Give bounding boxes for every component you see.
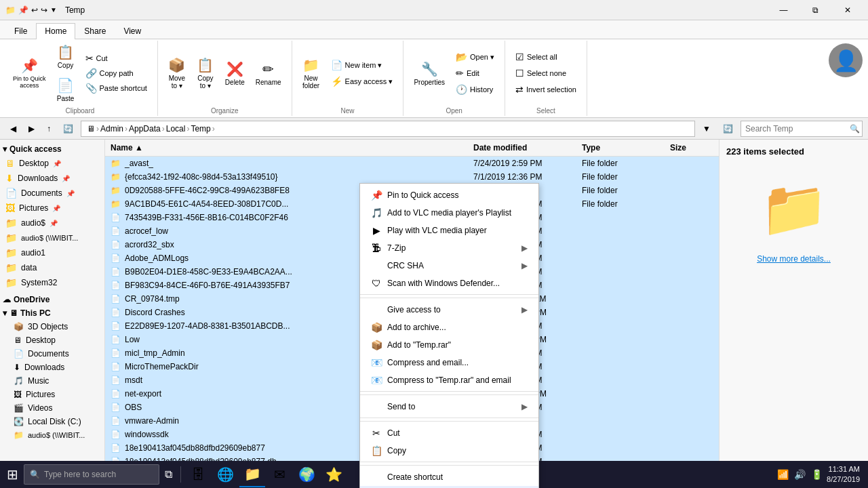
onedrive-header[interactable]: ☁ OneDrive bbox=[0, 293, 104, 306]
taskbar-app-files[interactable]: 📁 bbox=[239, 462, 265, 487]
breadcrumb-appdata[interactable]: AppData bbox=[129, 124, 161, 134]
sidebar-item-audio[interactable]: 📁 audio$ 📌 bbox=[0, 216, 104, 230]
open-button[interactable]: 📂 Open ▾ bbox=[451, 49, 499, 64]
address-refresh-button[interactable]: 🔄 bbox=[718, 121, 738, 136]
sidebar-item-desktop[interactable]: 🖥 Desktop 📌 bbox=[0, 156, 104, 171]
thispc-header[interactable]: ▾ 🖥 This PC bbox=[0, 306, 104, 320]
sidebar-item-network-audio[interactable]: 📁 audio$ (\\WIBIT... bbox=[0, 428, 104, 442]
sidebar-item-downloads[interactable]: ⬇ Downloads 📌 bbox=[0, 171, 104, 186]
context-menu-item-11[interactable]: Send to ▶ bbox=[360, 398, 538, 418]
systray-volume[interactable]: 🔊 bbox=[793, 468, 807, 481]
address-dropdown-button[interactable]: ▼ bbox=[698, 121, 715, 136]
taskbar-clock[interactable]: 11:31 AM 8/27/2019 bbox=[827, 464, 860, 485]
back-button[interactable]: ◀ bbox=[5, 121, 21, 136]
context-menu-item-14[interactable]: Create shortcut bbox=[360, 468, 538, 486]
context-menu-item-0[interactable]: 📌 Pin to Quick access bbox=[360, 186, 538, 204]
sidebar-item-pc-pictures[interactable]: 🖼 Pictures bbox=[0, 388, 104, 401]
search-input[interactable] bbox=[745, 124, 847, 134]
edit-button[interactable]: ✏ Edit bbox=[451, 66, 499, 81]
show-more-details[interactable]: Show more details... bbox=[757, 254, 831, 264]
delete-button[interactable]: ❌ Delete bbox=[220, 58, 250, 89]
table-row[interactable]: 📁_avast_ 7/24/2019 2:59 PM File folder bbox=[105, 157, 719, 170]
task-view-button[interactable]: ⧉ bbox=[161, 466, 176, 483]
sidebar-item-pictures[interactable]: 🖼 Pictures 📌 bbox=[0, 201, 104, 216]
start-button[interactable]: ⊞ bbox=[3, 464, 22, 485]
sidebar-item-data[interactable]: 📁 data bbox=[0, 260, 104, 275]
context-menu-item-4[interactable]: CRC SHA ▶ bbox=[360, 257, 538, 274]
sidebar-item-pc-videos[interactable]: 🎬 Videos bbox=[0, 401, 104, 415]
copy-button[interactable]: 📋 Copy bbox=[52, 41, 79, 73]
systray-battery[interactable]: 🔋 bbox=[810, 468, 824, 481]
context-menu-item-9[interactable]: 📧 Compress and email... bbox=[360, 354, 538, 371]
rename-button[interactable]: ✏ Rename bbox=[251, 58, 286, 89]
taskbar-app-edge[interactable]: 🌐 bbox=[212, 462, 238, 487]
context-menu-item-12[interactable]: ✂ Cut bbox=[360, 424, 538, 442]
sidebar-item-audio1[interactable]: 📁 audio1 bbox=[0, 245, 104, 260]
minimize-button[interactable]: — bbox=[768, 0, 799, 20]
tab-file[interactable]: File bbox=[5, 23, 36, 39]
sidebar-item-pc-music[interactable]: 🎵 Music bbox=[0, 374, 104, 388]
context-menu-item-6[interactable]: Give access to ▶ bbox=[360, 301, 538, 319]
col-header-name[interactable]: Name ▲ bbox=[105, 142, 468, 154]
col-header-type[interactable]: Type bbox=[576, 142, 665, 154]
taskbar-app-favorites[interactable]: ⭐ bbox=[321, 462, 347, 487]
pin-quickaccess-button[interactable]: 📌 Pin to Quickaccess bbox=[8, 54, 51, 92]
quick-access-header[interactable]: ▾ Quick access bbox=[0, 142, 104, 156]
quick-toolbar-undo[interactable]: ↩ bbox=[31, 5, 38, 15]
move-to-button[interactable]: 📦 Moveto ▾ bbox=[163, 54, 191, 93]
tab-view[interactable]: View bbox=[115, 23, 150, 39]
context-menu-item-13[interactable]: 📋 Copy bbox=[360, 442, 538, 462]
new-item-button[interactable]: 📄 New item ▾ bbox=[326, 58, 398, 73]
easy-access-button[interactable]: ⚡ Easy access ▾ bbox=[326, 74, 398, 89]
sidebar-item-system32[interactable]: 📁 System32 bbox=[0, 275, 104, 290]
context-menu-item-10[interactable]: 📧 Compress to "Temp.rar" and email bbox=[360, 371, 538, 392]
context-menu-item-2[interactable]: ▶ Play with VLC media player bbox=[360, 222, 538, 239]
context-menu-item-5[interactable]: 🛡 Scan with Windows Defender... bbox=[360, 274, 538, 295]
quick-toolbar-redo[interactable]: ↪ bbox=[41, 5, 47, 15]
context-menu-item-7[interactable]: 📦 Add to archive... bbox=[360, 319, 538, 336]
taskbar-app-mail[interactable]: ✉ bbox=[267, 462, 292, 487]
col-header-date[interactable]: Date modified bbox=[468, 142, 576, 154]
refresh-button[interactable]: 🔄 bbox=[58, 121, 78, 136]
maximize-button[interactable]: ⧉ bbox=[800, 0, 831, 20]
invert-selection-button[interactable]: ⇄ Invert selection bbox=[511, 82, 581, 97]
breadcrumb[interactable]: 🖥 › Admin › AppData › Local › Temp › bbox=[81, 121, 695, 137]
copy-path-button[interactable]: 🔗 Copy path bbox=[81, 66, 152, 81]
sidebar-item-pc-docs[interactable]: 📄 Documents bbox=[0, 347, 104, 361]
context-menu-item-3[interactable]: 🗜 7-Zip ▶ bbox=[360, 239, 538, 257]
quick-toolbar-pin[interactable]: 📌 bbox=[18, 5, 28, 15]
table-row[interactable]: 📁{efcca342-1f92-408c-98d4-53a133f49510} … bbox=[105, 170, 719, 184]
breadcrumb-admin[interactable]: Admin bbox=[100, 124, 123, 134]
sidebar-item-local-disk[interactable]: 💽 Local Disk (C:) bbox=[0, 415, 104, 428]
close-button[interactable]: ✕ bbox=[832, 0, 863, 20]
up-button[interactable]: ↑ bbox=[42, 121, 56, 136]
systray-network[interactable]: 📶 bbox=[776, 468, 790, 481]
select-none-button[interactable]: ☐ Select none bbox=[511, 66, 581, 81]
col-header-size[interactable]: Size bbox=[665, 142, 719, 154]
tab-share[interactable]: Share bbox=[75, 23, 115, 39]
breadcrumb-local[interactable]: Local bbox=[166, 124, 186, 134]
paste-shortcut-button[interactable]: 📎 Paste shortcut bbox=[81, 81, 152, 96]
context-menu-item-1[interactable]: 🎵 Add to VLC media player's Playlist bbox=[360, 204, 538, 222]
forward-button[interactable]: ▶ bbox=[24, 121, 39, 136]
context-menu-item-8[interactable]: 📦 Add to "Temp.rar" bbox=[360, 336, 538, 354]
search-bar[interactable]: 🔍 bbox=[741, 121, 863, 137]
tab-home[interactable]: Home bbox=[36, 23, 75, 39]
copy-to-button[interactable]: 📋 Copyto ▾ bbox=[192, 54, 219, 93]
history-button[interactable]: 🕐 History bbox=[451, 82, 499, 97]
sidebar-item-3dobjects[interactable]: 📦 3D Objects bbox=[0, 320, 104, 333]
taskbar-search[interactable]: 🔍 Type here to search bbox=[24, 464, 159, 485]
taskbar-app-browser2[interactable]: 🌍 bbox=[294, 462, 319, 487]
breadcrumb-temp[interactable]: Temp bbox=[191, 124, 210, 134]
paste-button[interactable]: 📄 Paste bbox=[52, 74, 79, 106]
taskbar-app-explorer[interactable]: 🗄 bbox=[185, 462, 211, 487]
sidebar-item-pc-desktop[interactable]: 🖥 Desktop bbox=[0, 333, 104, 347]
select-all-button[interactable]: ☑ Select all bbox=[511, 49, 581, 64]
quick-access-dropdown[interactable]: ▼ bbox=[50, 6, 57, 14]
sidebar-item-documents[interactable]: 📄 Documents 📌 bbox=[0, 186, 104, 201]
new-folder-button[interactable]: 📁 Newfolder bbox=[298, 54, 325, 93]
sidebar-item-pc-downloads[interactable]: ⬇ Downloads bbox=[0, 361, 104, 374]
cut-button[interactable]: ✂ Cut bbox=[81, 51, 152, 66]
sidebar-item-audio-network[interactable]: 📁 audio$ (\\WIBIT... bbox=[0, 230, 104, 245]
properties-button[interactable]: 🔧 Properties bbox=[409, 58, 450, 89]
